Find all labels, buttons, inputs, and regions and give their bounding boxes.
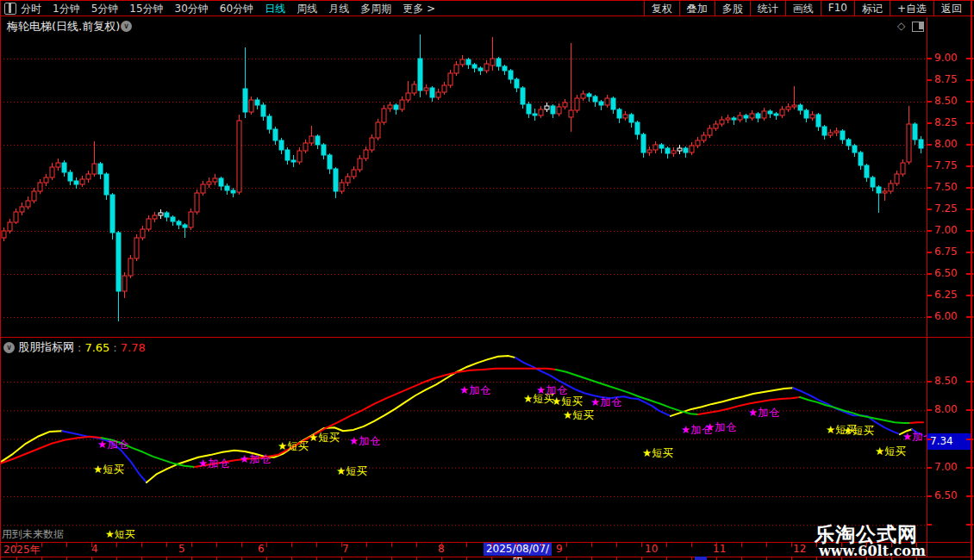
period-item-4[interactable]: 30分钟 [175,2,209,16]
candle-body [659,145,664,148]
candle-body [599,102,603,105]
candle-body [460,59,465,65]
date-tick [341,543,342,547]
candle-body [334,169,338,191]
period-item-8[interactable]: 月线 [328,2,349,16]
indicator-chart[interactable]: ★加仓★短买★加仓★加仓★短买★短买★加仓★短买★加仓★短买★加仓★短买★短买★… [0,338,927,527]
candle-body [352,170,356,177]
month-label: 12 [793,543,806,555]
date-tick [291,543,292,547]
period-item-7[interactable]: 周线 [297,2,317,16]
candle-body [478,68,483,71]
date-tick [616,543,617,547]
axis-tick-outer [966,187,973,189]
candle-body [147,219,151,229]
candle-body [2,231,6,238]
candle-body [26,201,30,207]
candle-body [629,115,634,122]
toolbar-button-2[interactable]: 多股 [715,0,750,16]
date-tick [541,543,542,547]
signal-marker: ★短买 [843,424,874,437]
candle-body [653,145,658,150]
candle-body [309,136,314,143]
date-tick [91,543,92,547]
period-menu: 分时1分钟5分钟15分钟30分钟60分钟日线周线月线多周期更多 > [21,2,435,16]
candle-body [14,212,18,222]
period-item-0[interactable]: 分时 [21,2,41,16]
indicator-axis-label: 6.50 [934,489,958,501]
candle-body [865,165,869,177]
toolbar-button-1[interactable]: 叠加 [679,0,715,16]
date-tick [166,543,167,547]
date-tick [116,543,117,547]
date-tick [591,543,592,547]
date-tick-lower [316,557,317,560]
candle-body [297,151,302,162]
candle-body [171,217,175,221]
indicator-line-segment [0,431,62,463]
period-item-2[interactable]: 5分钟 [91,2,119,16]
period-item-6[interactable]: 日线 [265,2,285,16]
month-label: 10 [645,543,658,555]
period-item-1[interactable]: 1分钟 [53,2,80,16]
date-tick-lower [41,557,42,560]
period-item-10[interactable]: 更多 > [403,2,435,16]
toolbar-button-4[interactable]: 画线 [785,0,821,16]
date-tick [241,543,242,547]
date-tick-lower [16,557,17,560]
date-tick-lower [66,557,67,560]
candle-body [810,115,815,118]
candle-body [273,129,278,140]
layout-split-icon[interactable] [4,3,16,15]
toolbar-button-0[interactable]: 复权 [644,0,679,16]
date-tick [716,543,717,547]
candle-body [32,191,36,201]
candle-body [533,114,537,115]
candle-body [424,88,428,90]
candle-body [569,110,573,117]
candle-body [472,65,477,68]
toolbar-button-3[interactable]: 统计 [750,0,785,16]
candle-body [690,146,694,152]
main-gridlines [0,59,927,318]
candle-body [237,121,241,192]
candle-body [243,89,247,112]
toolbar-button-5[interactable]: F10 [821,0,854,16]
toolbar-button-6[interactable]: 标记 [854,0,890,16]
month-label: 6 [258,543,265,555]
date-tick-lower [866,557,867,560]
next-panel-peek [695,557,707,560]
candle-body [816,115,821,127]
indicator-axis-tick [927,467,932,469]
toolbar-button-8[interactable]: 返回 [933,0,969,16]
period-item-9[interactable]: 多周期 [360,2,391,16]
candle-body [804,110,809,118]
candle-body [38,183,42,191]
axis-tick-outer [966,144,973,146]
watermark-url: www.60lt.com [819,543,926,559]
month-label: 5 [178,543,185,555]
candle-body [726,118,730,120]
axis-tick-outer [966,230,973,232]
candle-body [291,160,296,162]
axis-tick [927,79,932,81]
date-tick [66,543,67,547]
y-axis-label: 9.00 [934,52,958,64]
indicator-axis-tick-outer [966,381,973,383]
date-tick [816,543,817,547]
candlestick-chart[interactable] [0,17,927,338]
period-item-3[interactable]: 15分钟 [129,2,163,16]
candle-body [901,163,905,174]
toolbar-button-7[interactable]: +自选 [890,0,933,16]
month-label: 4 [91,543,98,555]
date-tick-lower [241,557,242,560]
signal-marker-below: ★短买 [105,527,135,542]
axis-tick-outer [966,208,973,210]
date-tick-lower [166,557,167,560]
candle-body [557,107,561,114]
axis-tick [927,208,932,210]
candle-body [780,109,784,115]
candle-body [551,106,555,114]
period-item-5[interactable]: 60分钟 [220,2,253,16]
axis-tick [927,316,932,318]
